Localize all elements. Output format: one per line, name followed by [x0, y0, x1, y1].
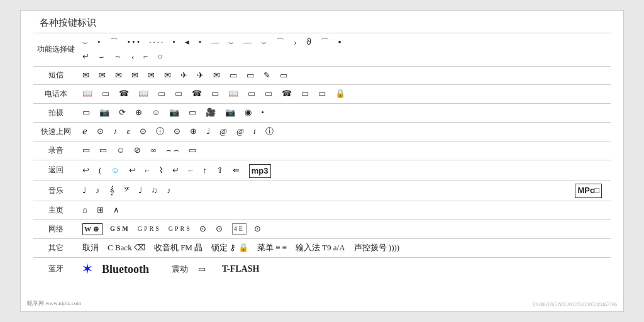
label-音乐: 音乐	[33, 181, 79, 201]
table-row: 拍摄 ▭📷⟳⊕☺ 📷▭🎥📷◉•	[33, 104, 611, 123]
label-蓝牙: 蓝牙	[33, 257, 79, 280]
icons-网络: W⊕ GSM GPRS GPRS ⊙⊙4E ⊙	[79, 219, 611, 238]
bluetooth-icon: ✶	[82, 260, 92, 279]
label-拍摄: 拍摄	[33, 104, 79, 123]
icons-主页: ⌂⊞∧	[79, 201, 611, 220]
icons-拍摄: ▭📷⟳⊕☺ 📷▭🎥📷◉•	[79, 104, 611, 123]
icons-蓝牙: ✶ Bluetooth 震动 ▭ T-FLASH	[79, 257, 611, 280]
t-flash-label: T-FLASH	[222, 262, 259, 276]
label-电话本: 电话本	[33, 85, 79, 104]
main-card: 各种按键标识 功能选择键 ⌣•⌒•••···· •◂•—⌣ —⌣⌒›ϑ ⌒▪ ↵…	[20, 10, 624, 312]
watermark-right: ID:8063265 NO:20120512105243467186	[533, 302, 617, 308]
table-row: 录音 ▭▭☺⊘∞ ⌢⌢▭	[33, 141, 611, 160]
label-功能选择键: 功能选择键	[33, 33, 79, 67]
table-row: 快速上网 ℯ⊙♪ε⊙ ⓘ⊙⊕♩@ @iⓘ	[33, 122, 611, 141]
icons-快速上网: ℯ⊙♪ε⊙ ⓘ⊙⊕♩@ @iⓘ	[79, 122, 611, 141]
icon-table: 功能选择键 ⌣•⌒•••···· •◂•—⌣ —⌣⌒›ϑ ⌒▪ ↵⌣～‹⌐○ 短…	[33, 33, 611, 280]
watermark-left: 昵享网 www.nipic.com	[27, 299, 81, 308]
label-快速上网: 快速上网	[33, 122, 79, 141]
label-短信: 短信	[33, 66, 79, 85]
table-row: 主页 ⌂⊞∧	[33, 201, 611, 220]
icons-电话本: 📖▭☎📖▭ ▭☎▭📖▭ ▭☎▭▭🔒	[79, 85, 611, 104]
table-row: 短信 ✉✉✉✉✉ ✉✈✈✉▭ ▭✎▭	[33, 66, 611, 85]
icons-短信: ✉✉✉✉✉ ✉✈✈✉▭ ▭✎▭	[79, 66, 611, 85]
label-其它: 其它	[33, 238, 79, 257]
icons-其它: 取消 C Back ⌫ 收音机 FM 晶 锁定 ⚷ 🔒 菜单 ≡ ≡ 输入法 T…	[79, 238, 611, 257]
label-网络: 网络	[33, 219, 79, 238]
table-row: 其它 取消 C Back ⌫ 收音机 FM 晶 锁定 ⚷ 🔒 菜单 ≡ ≡ 输入…	[33, 238, 611, 257]
table-row: 功能选择键 ⌣•⌒•••···· •◂•—⌣ —⌣⌒›ϑ ⌒▪ ↵⌣～‹⌐○	[33, 33, 611, 67]
label-返回: 返回	[33, 160, 79, 181]
label-主页: 主页	[33, 201, 79, 220]
table-row: 网络 W⊕ GSM GPRS GPRS ⊙⊙4E ⊙	[33, 219, 611, 238]
zhen-dong-label: 震动	[172, 263, 188, 276]
table-row: 音乐 ♩♪𝄞𝄢♩ ♫♪ MPc□	[33, 181, 611, 201]
icons-返回: ↩(☺↩ ⌐⌇↵⌐↑ ⇧⇐ mp3	[79, 160, 611, 181]
table-row: 返回 ↩(☺↩ ⌐⌇↵⌐↑ ⇧⇐ mp3	[33, 160, 611, 181]
table-row: 蓝牙 ✶ Bluetooth 震动 ▭ T-FLASH	[33, 257, 611, 280]
icons-功能选择键: ⌣•⌒•••···· •◂•—⌣ —⌣⌒›ϑ ⌒▪ ↵⌣～‹⌐○	[79, 33, 611, 67]
icons-录音: ▭▭☺⊘∞ ⌢⌢▭	[79, 141, 611, 160]
label-录音: 录音	[33, 141, 79, 160]
page-title: 各种按键标识	[33, 17, 611, 29]
bluetooth-label: Bluetooth	[102, 260, 149, 279]
table-row: 电话本 📖▭☎📖▭ ▭☎▭📖▭ ▭☎▭▭🔒	[33, 85, 611, 104]
icons-音乐: ♩♪𝄞𝄢♩ ♫♪ MPc□	[79, 181, 611, 201]
